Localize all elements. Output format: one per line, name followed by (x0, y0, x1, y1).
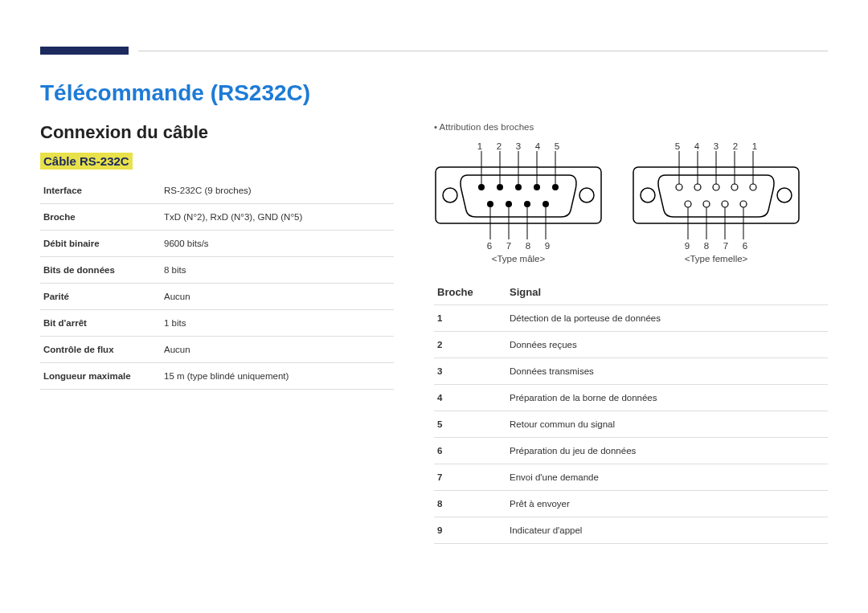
pin-number: 6 (741, 241, 749, 251)
svg-point-28 (750, 184, 756, 190)
header-accent-bar (40, 47, 129, 55)
pin-number-cell: 2 (434, 332, 506, 358)
table-row: 7Envoi d'une demande (434, 464, 828, 491)
table-row: 8Prêt à envoyer (434, 491, 828, 517)
svg-point-1 (443, 188, 457, 202)
signal-cell: Données reçues (506, 332, 828, 358)
svg-point-23 (777, 188, 792, 202)
pin-number: 4 (693, 141, 701, 151)
signal-header: Signal (506, 280, 828, 305)
pin-number: 8 (524, 241, 532, 251)
spec-value: Aucun (161, 337, 394, 363)
table-row: Débit binaire9600 bits/s (40, 231, 394, 257)
spec-label: Longueur maximale (40, 363, 161, 390)
pin-number: 2 (731, 141, 739, 151)
svg-point-25 (694, 184, 701, 190)
spec-value: TxD (N°2), RxD (N°3), GND (N°5) (161, 204, 394, 231)
cable-highlight-title: Câble RS-232C (40, 153, 133, 170)
svg-point-29 (685, 201, 691, 207)
header-rule (138, 51, 828, 51)
spec-value: Aucun (161, 284, 394, 310)
table-row: 3Données transmises (434, 358, 828, 385)
table-row: 5Retour commun du signal (434, 411, 828, 438)
spec-label: Bits de données (40, 257, 161, 284)
pin-number-cell: 3 (434, 358, 506, 385)
spec-label: Bit d'arrêt (40, 310, 161, 337)
signal-cell: Préparation du jeu de données (506, 438, 828, 464)
spec-value: 8 bits (161, 257, 394, 284)
specs-table: InterfaceRS-232C (9 broches) BrocheTxD (… (40, 178, 394, 390)
signal-cell: Indicateur d'appel (506, 517, 828, 544)
signal-cell: Envoi d'une demande (506, 464, 828, 491)
svg-point-31 (722, 201, 728, 207)
pin-signal-table: Broche Signal 1Détection de la porteuse … (434, 280, 828, 544)
svg-point-30 (703, 201, 710, 207)
svg-point-8 (487, 201, 493, 207)
pin-number-cell: 4 (434, 385, 506, 411)
left-column: Connexion du câble Câble RS-232C Interfa… (40, 122, 394, 544)
pin-number: 5 (674, 141, 682, 151)
table-row: 2Données reçues (434, 332, 828, 358)
table-row: 4Préparation de la borne de données (434, 385, 828, 411)
document-page: Télécommande (RS232C) Connexion du câble… (0, 0, 868, 560)
signal-cell: Données transmises (506, 358, 828, 385)
male-bottom-pin-numbers: 6 7 8 9 (485, 241, 551, 251)
pin-number: 3 (712, 141, 720, 151)
spec-value: 15 m (type blindé uniquement) (161, 363, 394, 390)
male-connector-label: <Type mâle> (492, 254, 545, 264)
male-connector-block: 1 2 3 4 5 (434, 141, 603, 264)
pin-number: 3 (514, 141, 522, 151)
pin-number: 6 (485, 241, 493, 251)
pin-number-cell: 7 (434, 464, 506, 491)
section-subheading: Connexion du câble (40, 122, 394, 143)
spec-label: Broche (40, 204, 161, 231)
page-title: Télécommande (RS232C) (40, 80, 828, 106)
table-row: InterfaceRS-232C (9 broches) (40, 178, 394, 204)
spec-label: Interface (40, 178, 161, 204)
signal-cell: Détection de la porteuse de données (506, 305, 828, 332)
signal-cell: Préparation de la borne de données (506, 385, 828, 411)
content-columns: Connexion du câble Câble RS-232C Interfa… (40, 122, 828, 544)
connector-diagrams: 1 2 3 4 5 (434, 141, 828, 264)
pin-header: Broche (434, 280, 506, 305)
female-connector-label: <Type femelle> (685, 254, 748, 264)
svg-point-5 (515, 184, 522, 190)
spec-value: 9600 bits/s (161, 231, 394, 257)
svg-point-10 (524, 201, 530, 207)
svg-point-7 (552, 184, 559, 190)
pin-number-cell: 6 (434, 438, 506, 464)
table-row: Bits de données8 bits (40, 257, 394, 284)
pin-number: 9 (543, 241, 551, 251)
pin-number-cell: 1 (434, 305, 506, 332)
table-row: Contrôle de fluxAucun (40, 337, 394, 363)
svg-point-32 (740, 201, 747, 207)
svg-point-24 (676, 184, 682, 190)
female-top-pin-numbers: 5 4 3 2 1 (674, 141, 759, 151)
signal-cell: Retour commun du signal (506, 411, 828, 438)
spec-label: Débit binaire (40, 231, 161, 257)
right-column: Attribution des broches 1 2 3 4 5 (434, 122, 828, 544)
pin-number: 9 (683, 241, 691, 251)
male-top-pin-numbers: 1 2 3 4 5 (476, 141, 561, 151)
svg-point-6 (534, 184, 540, 190)
table-row: 6Préparation du jeu de données (434, 438, 828, 464)
spec-value: 1 bits (161, 310, 394, 337)
spec-label: Contrôle de flux (40, 337, 161, 363)
female-connector-block: 5 4 3 2 1 (632, 141, 800, 264)
spec-label: Parité (40, 284, 161, 310)
female-bottom-pin-numbers: 9 8 7 6 (683, 241, 749, 251)
pin-number-cell: 9 (434, 517, 506, 544)
pin-number: 1 (751, 141, 759, 151)
db9-female-icon (632, 151, 800, 239)
svg-point-4 (497, 184, 503, 190)
svg-point-27 (731, 184, 738, 190)
pin-number: 7 (505, 241, 513, 251)
svg-point-26 (713, 184, 719, 190)
pin-number: 4 (534, 141, 542, 151)
pin-number-cell: 5 (434, 411, 506, 438)
table-row: ParitéAucun (40, 284, 394, 310)
pin-number: 2 (495, 141, 503, 151)
pin-number: 8 (702, 241, 710, 251)
spec-value: RS-232C (9 broches) (161, 178, 394, 204)
svg-point-2 (579, 188, 594, 202)
